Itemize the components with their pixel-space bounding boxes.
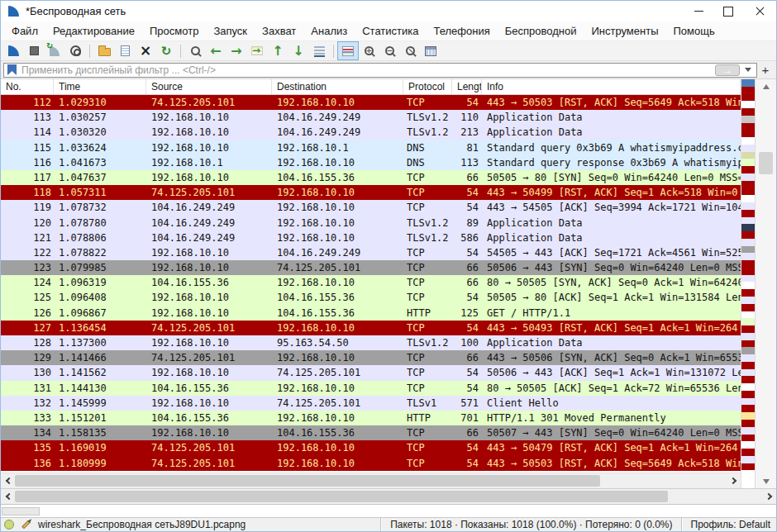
packet-row[interactable]: 1191.078732104.16.249.249192.168.10.10TC… [1,200,741,215]
menu-item-file[interactable]: Файл [4,25,45,37]
packet-row[interactable]: 1211.078806104.16.249.249192.168.10.10TL… [1,230,741,245]
hscroll2-right-arrow-icon[interactable] [763,489,776,504]
packet-row[interactable]: 1171.047637192.168.10.10104.16.155.36TCP… [1,170,741,185]
packet-row[interactable]: 1231.079985192.168.10.1074.125.205.101TC… [1,260,741,275]
go-to-packet-button[interactable] [247,42,267,59]
menu-item-help[interactable]: Помощь [666,25,722,37]
minimap-stripe [741,130,755,137]
packet-row[interactable]: 1131.030257192.168.10.10104.16.249.249TL… [1,110,741,125]
capture-comment-icon[interactable] [21,520,31,530]
display-filter-input[interactable]: Применить дисплейный фильтр ... <Ctrl-/> [3,63,757,78]
cell-len: 66 [452,275,482,290]
cell-proto: TLSv1.2 [403,125,452,140]
cell-proto: TCP [403,200,452,215]
packet-row[interactable]: 1251.096408192.168.10.10104.16.155.36TCP… [1,290,741,305]
menu-item-statistics[interactable]: Статистика [355,25,426,37]
cell-src: 104.16.249.249 [146,230,272,245]
restart-capture-button[interactable] [45,42,64,59]
menu-item-tools[interactable]: Инструменты [584,25,665,37]
pane-grip[interactable] [2,507,40,515]
menu-item-wireless[interactable]: Беспроводной [498,25,584,37]
menu-item-capture[interactable]: Захват [255,25,303,37]
find-packet-button[interactable] [185,42,205,59]
menu-item-view[interactable]: Просмотр [142,25,206,37]
packet-row[interactable]: 1201.078780104.16.249.249192.168.10.10TL… [1,216,741,230]
minimap-stripe [741,369,755,377]
packet-row[interactable]: 1151.033624192.168.10.10192.168.10.1DNS8… [1,140,741,155]
packet-row[interactable]: 1281.137300192.168.10.1095.163.54.50TLSv… [1,335,741,350]
zoom-out-button[interactable] [379,42,399,59]
capture-options-button[interactable] [65,42,85,59]
menu-item-go[interactable]: Запуск [206,25,255,37]
go-back-button[interactable] [206,42,226,59]
minimap-stripe [741,311,755,319]
stop-capture-button[interactable] [24,42,44,59]
menu-item-analyze[interactable]: Анализ [303,25,355,37]
save-file-button[interactable] [115,42,135,59]
packet-row[interactable]: 1341.158135192.168.10.10104.16.155.36TCP… [1,425,741,440]
packet-row[interactable]: 1331.151201104.16.155.36192.168.10.10HTT… [1,411,741,425]
packet-row[interactable]: 1311.144130104.16.155.36192.168.10.10TCP… [1,381,741,396]
cell-len: 54 [452,290,482,305]
reload-file-button[interactable] [156,42,176,59]
packet-row[interactable]: 1351.16901974.125.205.101192.168.10.10TC… [1,440,741,455]
column-header-src[interactable]: Source [146,79,272,94]
packet-row[interactable]: 1161.041673192.168.10.1192.168.10.10DNS1… [1,155,741,170]
column-header-dst[interactable]: Destination [272,79,403,94]
minimize-button[interactable] [684,1,713,21]
resize-columns-button[interactable] [421,42,441,59]
column-header-len[interactable]: Length [452,79,482,94]
column-header-proto[interactable]: Protocol [403,79,452,94]
open-file-button[interactable] [94,42,114,59]
cell-src: 192.168.10.10 [146,425,272,440]
column-header-info[interactable]: Info [482,79,741,94]
packet-row[interactable]: 1301.141562192.168.10.1074.125.205.101TC… [1,365,741,380]
go-first-packet-button[interactable] [268,42,288,59]
window-hscrollbar[interactable] [1,488,776,504]
hscroll2-left-arrow-icon[interactable] [1,489,14,504]
menu-item-edit[interactable]: Редактирование [45,25,142,37]
packet-list-hscrollbar[interactable] [1,473,741,488]
packet-row[interactable]: 1141.030320192.168.10.10104.16.249.249TL… [1,125,741,140]
start-capture-button[interactable] [3,42,23,59]
hscroll-left-arrow-icon[interactable] [1,473,14,488]
auto-scroll-button[interactable] [309,42,329,59]
vscroll-thumb[interactable] [759,152,773,174]
cell-no: 127 [1,321,54,335]
zoom-reset-button[interactable] [400,42,420,59]
vscroll-up-arrow-icon[interactable] [756,79,776,93]
close-file-button[interactable] [136,42,155,59]
hscroll-right-arrow-icon[interactable] [727,473,741,488]
cell-src: 192.168.10.10 [146,306,272,321]
cell-time: 1.141466 [54,350,146,365]
packet-row[interactable]: 1291.14146674.125.205.101192.168.10.10TC… [1,350,741,365]
go-forward-button[interactable] [226,42,246,59]
packet-row[interactable]: 1261.096867192.168.10.10104.16.155.36HTT… [1,306,741,321]
expert-info-icon[interactable] [4,520,14,530]
filter-bookmark-icon[interactable] [7,64,17,75]
vscroll-down-arrow-icon[interactable] [756,474,776,488]
filter-add-button[interactable]: + [757,63,774,77]
column-header-no[interactable]: No. [1,79,54,94]
close-button[interactable] [743,1,776,21]
hscroll-thumb[interactable] [15,475,600,487]
packet-row[interactable]: 1271.13645474.125.205.101192.168.10.10TC… [1,321,741,335]
colorize-packets-button[interactable] [338,42,358,59]
column-header-time[interactable]: Time [54,79,146,94]
packet-row[interactable]: 1181.05731174.125.205.101192.168.10.10TC… [1,185,741,200]
filter-dropdown-caret-icon[interactable] [745,68,751,72]
packet-row[interactable]: 1241.096319104.16.155.36192.168.10.10TCP… [1,275,741,290]
profile-label[interactable]: Профиль: Default [689,519,774,530]
maximize-button[interactable] [713,1,743,21]
packet-row[interactable]: 1221.078822192.168.10.10104.16.249.249TC… [1,245,741,260]
packet-minimap[interactable] [741,79,755,488]
packet-list-vscrollbar[interactable] [755,79,776,488]
packet-row[interactable]: 1361.18099974.125.205.101192.168.10.10TC… [1,456,741,471]
hscroll2-thumb[interactable] [15,491,668,502]
menu-item-telephony[interactable]: Телефония [426,25,497,37]
zoom-in-button[interactable] [359,42,379,59]
packet-row[interactable]: 1121.02931074.125.205.101192.168.10.10TC… [1,95,741,110]
packet-row[interactable]: 1321.145999192.168.10.1074.125.205.101TL… [1,396,741,411]
go-last-packet-button[interactable] [288,42,308,59]
filter-apply-button[interactable] [715,64,740,76]
